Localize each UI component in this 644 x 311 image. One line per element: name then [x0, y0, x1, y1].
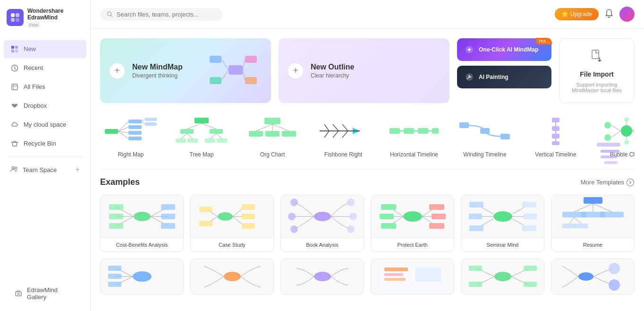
svg-rect-174	[108, 282, 121, 287]
svg-point-11	[15, 167, 17, 169]
example-resume[interactable]: Resume	[551, 195, 635, 252]
template-v-timeline[interactable]: Vertical Timeline	[525, 114, 586, 158]
sidebar-item-cloud[interactable]: My cloud space	[4, 116, 86, 134]
svg-line-52	[187, 123, 202, 129]
svg-rect-143	[429, 223, 444, 229]
example-r2-3[interactable]	[280, 259, 364, 295]
example-r2-2[interactable]	[190, 259, 274, 295]
svg-point-191	[578, 272, 593, 281]
template-right-map[interactable]: Right Map	[100, 114, 161, 158]
template-org-chart-icon	[242, 114, 303, 147]
example-thumb	[461, 195, 544, 238]
svg-point-168	[133, 271, 152, 282]
svg-rect-15	[229, 65, 243, 75]
example-r2-6[interactable]	[551, 259, 635, 295]
svg-rect-16	[210, 56, 221, 63]
sidebar-item-all-files-label: All Files	[24, 83, 45, 90]
svg-line-57	[216, 134, 222, 138]
template-tree-map-icon	[171, 114, 232, 147]
example-thumb	[551, 195, 634, 238]
outline-illustration	[587, 136, 635, 175]
svg-point-176	[314, 272, 331, 281]
svg-point-113	[218, 212, 233, 221]
svg-rect-167	[575, 224, 588, 228]
svg-rect-18	[245, 56, 257, 63]
svg-rect-7	[15, 50, 18, 52]
team-space-label: Team Space	[23, 166, 71, 173]
svg-line-160	[593, 204, 612, 212]
examples-grid-row2	[100, 259, 635, 295]
svg-rect-49	[187, 138, 198, 143]
svg-rect-47	[210, 129, 223, 134]
svg-point-13	[17, 293, 19, 295]
svg-point-193	[609, 279, 620, 291]
template-v-timeline-icon	[525, 114, 586, 147]
svg-rect-111	[161, 214, 175, 219]
template-winding-timeline[interactable]: Winding Timeline	[454, 114, 516, 158]
more-templates-link[interactable]: More Templates	[581, 178, 635, 187]
hot-badge: Hot...	[536, 38, 552, 44]
notification-button[interactable]	[604, 9, 614, 20]
ai-painting-card[interactable]: AI Painting	[457, 66, 551, 88]
ai-painting-icon	[465, 72, 474, 82]
example-protect-earth[interactable]: Protect Earth	[371, 195, 454, 252]
sidebar-item-recycle[interactable]: Recycle Bin	[4, 135, 86, 153]
ai-mindmap-card[interactable]: Hot... One-Click AI MindMap	[457, 38, 551, 61]
example-r2-4[interactable]	[371, 259, 454, 295]
svg-line-55	[187, 134, 193, 138]
new-mindmap-card[interactable]: + New MindMap Divergent thinking	[100, 38, 271, 103]
ai-mindmap-label: One-Click AI MindMap	[479, 46, 538, 53]
app-name: WondershareEdrawMind	[27, 8, 63, 21]
svg-rect-142	[432, 214, 446, 219]
outline-card-text: New Outline Clear hierarchy	[311, 63, 354, 79]
header-right: ⭐ Upgrade	[555, 7, 635, 22]
template-right-map-label: Right Map	[118, 151, 144, 158]
svg-rect-180	[384, 278, 406, 281]
ai-cards: Hot... One-Click AI MindMap AI Painting	[457, 38, 551, 103]
user-avatar[interactable]	[619, 7, 635, 22]
sidebar-item-team-space[interactable]: Team Space +	[4, 161, 86, 179]
svg-point-129	[349, 213, 357, 220]
new-outline-card[interactable]: + New Outline Clear hierarchy	[279, 38, 449, 103]
svg-rect-58	[264, 118, 280, 124]
example-case-study[interactable]: Case Study	[190, 195, 274, 252]
svg-rect-163	[600, 212, 624, 217]
sidebar-item-gallery[interactable]: EdrawMind Gallery	[8, 282, 83, 305]
svg-rect-61	[282, 131, 296, 137]
example-r2-1[interactable]	[100, 259, 184, 295]
gallery-icon	[14, 289, 22, 298]
sidebar-item-all-files[interactable]: All Files	[4, 78, 86, 96]
example-r2-5[interactable]	[461, 259, 544, 295]
file-import-card[interactable]: File Import Support importing MindMaster…	[559, 38, 635, 103]
content-area: + New MindMap Divergent thinking	[91, 29, 644, 304]
example-seminar-mind[interactable]: Seminar Mind	[461, 195, 544, 252]
ai-mindmap-icon	[465, 45, 474, 54]
template-fishbone[interactable]: Fishbone Right	[313, 114, 374, 158]
example-cost-benefits[interactable]: Cost-Benefits Analysis	[100, 195, 184, 252]
svg-rect-107	[109, 204, 123, 210]
sidebar-item-recent[interactable]: Recent	[4, 59, 86, 77]
svg-rect-181	[415, 268, 441, 282]
upgrade-icon: ⭐	[561, 11, 568, 17]
mindmap-title: New MindMap	[132, 63, 183, 71]
svg-point-99	[627, 179, 634, 186]
sidebar-item-new[interactable]: New	[4, 40, 86, 58]
template-tree-map[interactable]: Tree Map	[171, 114, 232, 158]
template-fishbone-label: Fishbone Right	[324, 151, 363, 158]
svg-rect-60	[265, 131, 280, 137]
svg-rect-25	[601, 150, 619, 153]
example-case-study-label: Case Study	[191, 238, 273, 251]
search-input[interactable]	[117, 11, 216, 18]
template-h-timeline[interactable]: Horizontal Timeline	[383, 114, 445, 158]
svg-point-131	[403, 211, 422, 222]
sidebar-item-dropbox[interactable]: Dropbox	[4, 97, 86, 115]
svg-rect-141	[429, 204, 444, 210]
team-add-button[interactable]: +	[76, 165, 80, 174]
search-bar[interactable]	[100, 8, 223, 21]
template-org-chart[interactable]: Org Chart	[242, 114, 303, 158]
upgrade-button[interactable]: ⭐ Upgrade	[555, 8, 599, 20]
example-book-analysis[interactable]: Book Analysis	[280, 195, 364, 252]
mindmap-card-text: New MindMap Divergent thinking	[132, 63, 183, 79]
template-h-timeline-label: Horizontal Timeline	[390, 151, 438, 158]
svg-rect-75	[404, 128, 414, 134]
